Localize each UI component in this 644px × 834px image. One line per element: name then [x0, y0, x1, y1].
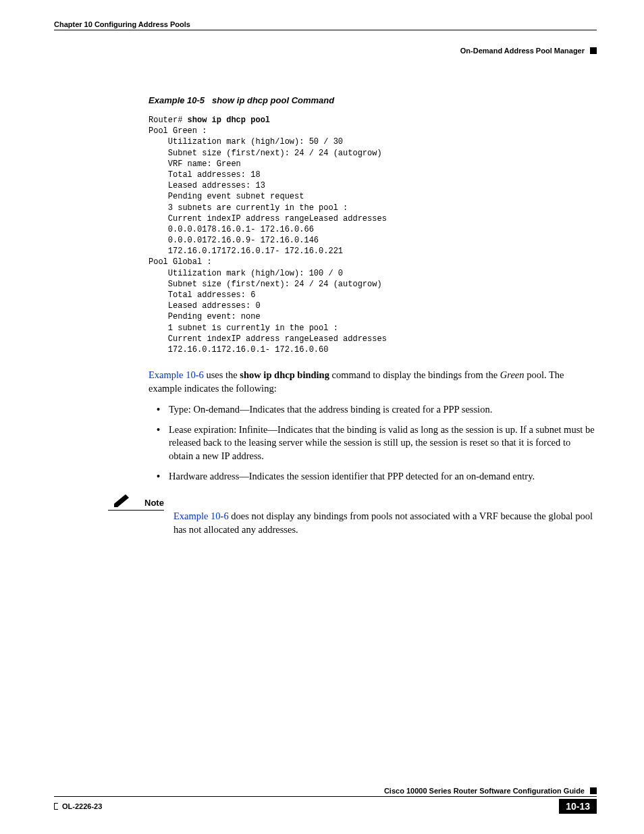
code-output: Pool Green : Utilization mark (high/low)… — [149, 126, 387, 355]
para-text-b: command to display the bindings from the — [329, 369, 500, 380]
footer-marker-icon — [590, 787, 597, 794]
example-label: Example 10-5 — [149, 95, 205, 105]
para-text-a: uses the — [204, 369, 240, 380]
list-item: Lease expiration: Infinite—Indicates tha… — [157, 423, 597, 463]
note-text: Example 10-6 does not display any bindin… — [173, 510, 597, 536]
page-number-badge: 10-13 — [559, 799, 597, 814]
bullet-list: Type: On-demand—Indicates that the addre… — [157, 403, 597, 483]
page-footer: Cisco 10000 Series Router Software Confi… — [54, 787, 597, 814]
intro-paragraph: Example 10-6 uses the show ip dhcp bindi… — [149, 369, 597, 395]
note-example-link[interactable]: Example 10-6 — [173, 511, 229, 521]
code-block: Router# show ip dhcp pool Pool Green : U… — [149, 115, 597, 355]
example-title-text: show ip dhcp pool Command — [212, 95, 334, 105]
code-prompt: Router# — [149, 115, 188, 125]
example-link[interactable]: Example 10-6 — [149, 369, 204, 380]
code-command: show ip dhcp pool — [188, 115, 270, 125]
section-header: On-Demand Address Pool Manager — [54, 47, 597, 55]
section-marker-icon — [590, 47, 597, 54]
footer-bracket-icon — [54, 803, 58, 810]
section-title: On-Demand Address Pool Manager — [460, 47, 585, 55]
list-item: Hardware address—Indicates the session i… — [157, 470, 597, 484]
doc-id: OL-2226-23 — [62, 802, 102, 810]
chapter-title: Chapter 10 Configuring Address Pools — [54, 20, 190, 28]
note-left: Note — [108, 492, 164, 513]
pencil-icon — [112, 492, 131, 507]
main-content: Example 10-5 show ip dhcp pool Command R… — [149, 95, 597, 536]
note-label: Note — [144, 498, 164, 510]
command-name: show ip dhcp binding — [240, 369, 329, 380]
example-heading: Example 10-5 show ip dhcp pool Command — [149, 95, 597, 105]
note-block: Note Example 10-6 does not display any b… — [108, 492, 597, 536]
list-item: Type: On-demand—Indicates that the addre… — [157, 403, 597, 417]
pool-name-italic: Green — [500, 369, 525, 380]
page-header: Chapter 10 Configuring Address Pools — [54, 20, 597, 30]
guide-title: Cisco 10000 Series Router Software Confi… — [384, 787, 585, 795]
note-rest: does not display any bindings from pools… — [173, 511, 593, 535]
note-icon-wrap — [108, 492, 135, 510]
